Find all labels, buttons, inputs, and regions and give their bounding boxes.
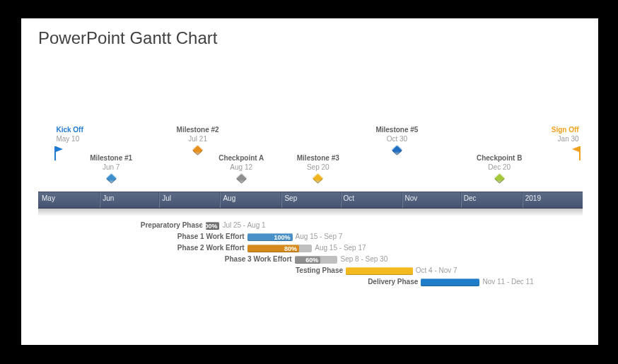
- task-name: Phase 1 Work Effort: [38, 232, 245, 242]
- milestone-name: Milestone #5: [354, 126, 439, 134]
- slide-page: PowerPoint Gantt Chart MayJunJulAugSepOc…: [21, 18, 598, 345]
- task-bar-fill: [421, 278, 479, 286]
- task-dates: Jul 25 - Aug 1: [222, 221, 265, 230]
- task-name: Phase 2 Work Effort: [38, 243, 245, 253]
- task-name: Delivery Phase: [38, 277, 418, 287]
- milestone-name: Milestone #1: [69, 154, 153, 163]
- axis-tick-label: May: [38, 194, 55, 202]
- milestone: Milestone #3Sep 20: [276, 154, 361, 182]
- milestone: Milestone #1Jun 7: [69, 154, 153, 182]
- flag-icon: [54, 146, 63, 160]
- diamond-icon: [235, 173, 247, 184]
- task-bar-fill: 100%: [247, 233, 293, 241]
- milestone-date: Oct 30: [354, 135, 439, 143]
- axis-tick-label: Aug: [219, 194, 235, 202]
- task-name: Testing Phase: [38, 266, 343, 276]
- task-bar: [346, 267, 413, 275]
- axis-tick-label: Sep: [281, 194, 297, 202]
- task-bar-percent: 60%: [305, 255, 318, 265]
- axis-tick-label: Oct: [340, 194, 355, 202]
- milestone-name: Sign Off: [494, 126, 579, 134]
- task-row: Testing PhaseOct 4 - Nov 7: [38, 266, 583, 276]
- diamond-icon: [392, 145, 403, 156]
- milestone: Checkpoint AAug 12: [199, 154, 284, 182]
- axis-tick-label: Dec: [460, 194, 477, 202]
- milestone-date: May 10: [56, 135, 141, 143]
- milestone-name: Checkpoint A: [199, 154, 284, 163]
- milestone-date: Sep 20: [276, 163, 361, 172]
- milestone-date: Aug 12: [199, 163, 284, 172]
- milestone-date: Jun 7: [69, 163, 153, 172]
- task-bar-fill: [346, 267, 413, 275]
- milestone-date: Jan 30: [494, 135, 579, 143]
- task-row: Phase 1 Work Effort100%Aug 15 - Sep 7: [38, 232, 583, 242]
- task-bar: 60%: [295, 256, 338, 264]
- milestone-name: Milestone #2: [156, 126, 240, 134]
- axis-tick-label: Nov: [402, 194, 418, 202]
- axis-tick-label: Jun: [99, 194, 114, 202]
- axis-shadow: [38, 208, 583, 216]
- milestone-name: Kick Off: [56, 126, 141, 134]
- axis-tick-label: Jul: [158, 194, 171, 202]
- task-name: Preparatory Phase: [38, 221, 203, 230]
- task-row: Preparatory Phase100%Jul 25 - Aug 1: [38, 221, 583, 230]
- diamond-icon: [313, 173, 324, 184]
- axis-tick-label: 2019: [522, 194, 541, 202]
- page-title: PowerPoint Gantt Chart: [38, 28, 217, 48]
- task-dates: Aug 15 - Sep 7: [296, 232, 343, 242]
- diamond-icon: [494, 173, 505, 184]
- task-row: Phase 2 Work Effort80%Aug 15 - Sep 17: [38, 243, 583, 253]
- task-bar-percent: 100%: [274, 233, 291, 242]
- milestone: Milestone #2Jul 21: [156, 126, 240, 154]
- task-dates: Oct 4 - Nov 7: [416, 266, 457, 276]
- task-row: Phase 3 Work Effort60%Sep 8 - Sep 30: [38, 254, 583, 264]
- diamond-icon: [105, 173, 117, 184]
- task-row: Delivery PhaseNov 11 - Dec 11: [38, 277, 583, 287]
- task-bar: 80%: [247, 245, 313, 252]
- flag-icon: [572, 146, 581, 160]
- task-dates: Aug 15 - Sep 17: [315, 243, 366, 253]
- task-bar-percent: 80%: [284, 244, 297, 254]
- milestone-name: Milestone #3: [276, 154, 361, 163]
- task-bar-fill: 100%: [206, 222, 219, 230]
- task-bar-fill: 80%: [247, 245, 299, 252]
- task-bar: 100%: [206, 222, 219, 230]
- time-axis: MayJunJulAugSepOctNovDec2019: [38, 192, 583, 209]
- task-name: Phase 3 Work Effort: [38, 254, 292, 264]
- task-bar-percent: 100%: [201, 221, 217, 231]
- milestone: Milestone #5Oct 30: [354, 126, 439, 154]
- task-bar: [421, 278, 479, 286]
- milestone-date: Dec 20: [457, 163, 542, 172]
- milestone-date: Jul 21: [156, 135, 240, 143]
- task-dates: Sep 8 - Sep 30: [341, 254, 388, 264]
- milestone: Sign OffJan 30: [494, 126, 579, 160]
- task-bar-fill: 60%: [295, 256, 320, 264]
- task-dates: Nov 11 - Dec 11: [482, 277, 533, 287]
- task-bar: 100%: [247, 233, 293, 241]
